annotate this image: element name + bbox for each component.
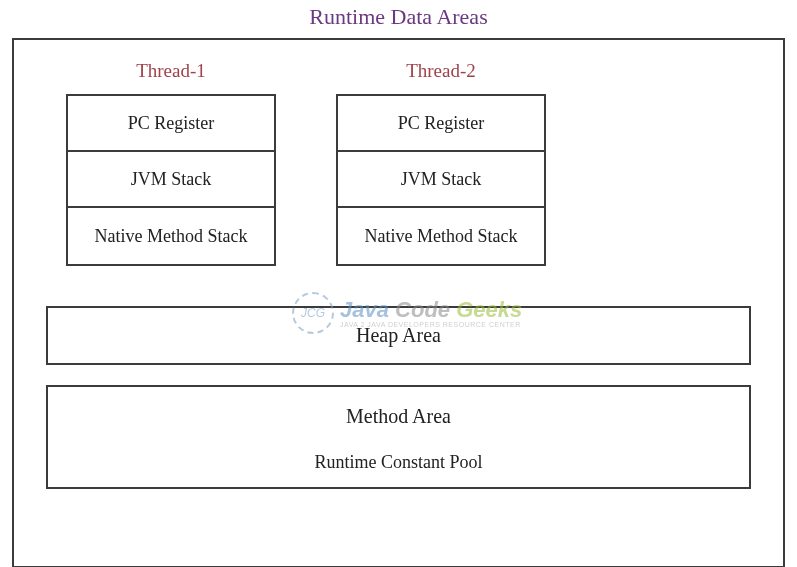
method-area-title: Method Area [48, 405, 749, 428]
diagram-title: Runtime Data Areas [0, 0, 797, 38]
thread-2-label: Thread-2 [336, 60, 546, 82]
method-area-box: Method Area Runtime Constant Pool [46, 385, 751, 489]
heap-area-title: Heap Area [48, 324, 749, 347]
thread-1-stack: PC Register JVM Stack Native Method Stac… [66, 94, 276, 266]
thread-2-pc-register: PC Register [338, 96, 544, 152]
thread-1-pc-register: PC Register [68, 96, 274, 152]
thread-1-jvm-stack: JVM Stack [68, 152, 274, 208]
runtime-data-areas-container: Thread-1 PC Register JVM Stack Native Me… [12, 38, 785, 567]
thread-1-native-method-stack: Native Method Stack [68, 208, 274, 264]
thread-2-stack: PC Register JVM Stack Native Method Stac… [336, 94, 546, 266]
thread-1-column: Thread-1 PC Register JVM Stack Native Me… [66, 60, 276, 266]
thread-2-jvm-stack: JVM Stack [338, 152, 544, 208]
threads-row: Thread-1 PC Register JVM Stack Native Me… [66, 60, 759, 266]
heap-area-box: Heap Area [46, 306, 751, 365]
thread-2-column: Thread-2 PC Register JVM Stack Native Me… [336, 60, 546, 266]
thread-1-label: Thread-1 [66, 60, 276, 82]
thread-2-native-method-stack: Native Method Stack [338, 208, 544, 264]
runtime-constant-pool-label: Runtime Constant Pool [48, 452, 749, 473]
